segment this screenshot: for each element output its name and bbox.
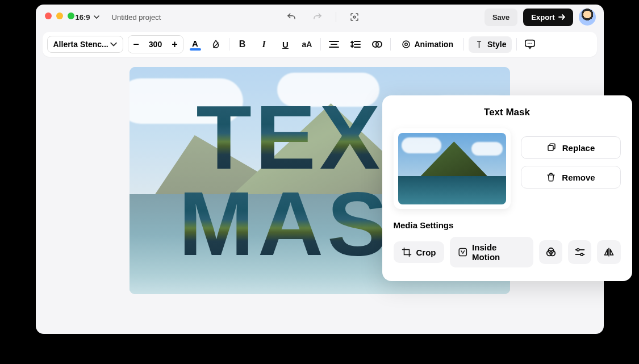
text-toolbar: Allerta Stenc... − 300 + A B I U aA [43,32,597,57]
animation-icon [401,39,411,49]
svg-point-12 [580,253,583,256]
overlap-circles-icon [371,39,383,49]
svg-rect-6 [548,145,553,150]
align-button[interactable] [325,36,343,53]
text-color-swatch [190,48,201,51]
text-style-icon [474,40,484,49]
minimize-window-icon[interactable] [56,12,63,19]
crop-icon [402,247,412,257]
line-spacing-icon [350,40,361,49]
text-mask-panel: Text Mask Replace Remove [382,95,632,281]
style-button[interactable]: Style [469,36,512,53]
redo-button[interactable] [310,9,325,25]
replace-icon [546,143,557,153]
comment-button[interactable] [521,36,538,53]
aspect-ratio-label: 16:9 [76,13,90,22]
media-thumbnail-wrap[interactable] [394,128,511,209]
divider [390,38,391,51]
color-adjust-button[interactable] [539,240,562,264]
text-case-button[interactable]: aA [299,36,316,53]
animation-button[interactable]: Animation [395,36,459,53]
text-color-button[interactable]: A [188,39,203,51]
svg-rect-7 [459,248,466,256]
chevron-down-icon [110,41,117,48]
venn-icon [545,246,557,258]
animation-label: Animation [415,40,453,49]
sliders-icon [574,247,586,257]
flip-button[interactable] [597,240,620,264]
italic-button[interactable]: I [256,36,273,53]
align-center-icon [329,40,339,48]
panel-media-row: Replace Remove [394,128,621,209]
cloud [471,142,503,156]
panel-actions: Replace Remove [521,136,621,189]
topbar-right: Save Export [485,9,596,26]
divider [516,38,517,51]
chevron-down-icon [94,14,99,20]
maximize-window-icon[interactable] [68,12,74,19]
undo-icon [286,12,296,22]
export-button[interactable]: Export [523,9,573,26]
export-label: Export [531,13,554,22]
divider [463,38,464,51]
aspect-ratio-select[interactable]: 16:9 [76,13,99,22]
crop-label: Crop [416,248,436,257]
crop-button[interactable]: Crop [394,241,444,263]
svg-point-4 [404,43,407,46]
focus-icon [349,12,360,22]
focus-button[interactable] [346,9,362,25]
water [398,176,506,204]
app-window: 16:9 Untitled project Save Export [36,5,604,334]
svg-point-0 [353,16,356,18]
divider [320,38,321,51]
arrow-right-icon [558,14,565,20]
svg-point-3 [403,41,410,48]
font-name-label: Allerta Stenc... [53,40,108,49]
font-size-increase[interactable]: + [167,36,183,53]
sliders-button[interactable] [568,240,591,264]
flip-icon [603,247,615,257]
topbar-center [161,9,485,25]
media-settings-label: Media Settings [394,220,621,230]
avatar[interactable] [579,9,596,26]
line-spacing-button[interactable] [347,36,364,53]
replace-button[interactable]: Replace [521,136,621,159]
window-controls [45,12,74,19]
trash-icon [546,172,556,182]
inside-motion-button[interactable]: Inside Motion [450,237,534,267]
effects-button[interactable] [369,36,386,53]
remove-button[interactable]: Remove [521,166,621,189]
remove-label: Remove [562,173,595,182]
motion-icon [458,247,468,257]
media-settings-row: Crop Inside Motion [394,237,621,267]
style-label: Style [487,40,506,49]
font-size-stepper: − 300 + [128,35,183,53]
close-window-icon[interactable] [45,12,52,19]
media-thumbnail [398,133,506,204]
undo-button[interactable] [283,9,299,25]
save-button[interactable]: Save [485,9,517,26]
divider [336,12,336,22]
font-family-select[interactable]: Allerta Stenc... [47,36,123,53]
drop-icon [211,39,221,49]
font-size-decrease[interactable]: − [128,36,144,53]
underline-button[interactable]: U [277,36,294,53]
highlight-color-button[interactable] [207,36,224,53]
project-title[interactable]: Untitled project [112,13,161,22]
comment-icon [524,39,536,49]
divider [229,38,229,51]
bold-button[interactable]: B [234,36,251,53]
topbar: 16:9 Untitled project Save Export [36,5,604,30]
inside-motion-label: Inside Motion [472,242,525,262]
replace-label: Replace [562,143,595,153]
panel-title: Text Mask [394,107,621,118]
svg-point-11 [577,249,579,251]
font-size-value[interactable]: 300 [144,40,167,49]
cloud [402,137,441,153]
text-color-a: A [192,39,198,48]
redo-icon [312,12,323,22]
